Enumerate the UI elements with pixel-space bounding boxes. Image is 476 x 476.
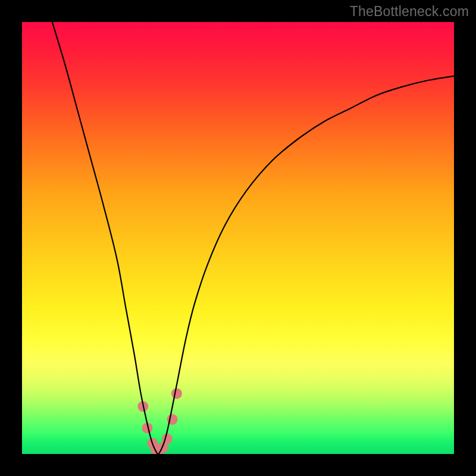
marker-dot [171, 388, 182, 399]
chart-frame: TheBottleneck.com [0, 0, 476, 476]
marker-group [137, 388, 182, 454]
bottleneck-curve-path [52, 22, 454, 454]
plot-area [22, 22, 454, 454]
watermark-text: TheBottleneck.com [350, 4, 469, 20]
curve-svg [22, 22, 454, 454]
